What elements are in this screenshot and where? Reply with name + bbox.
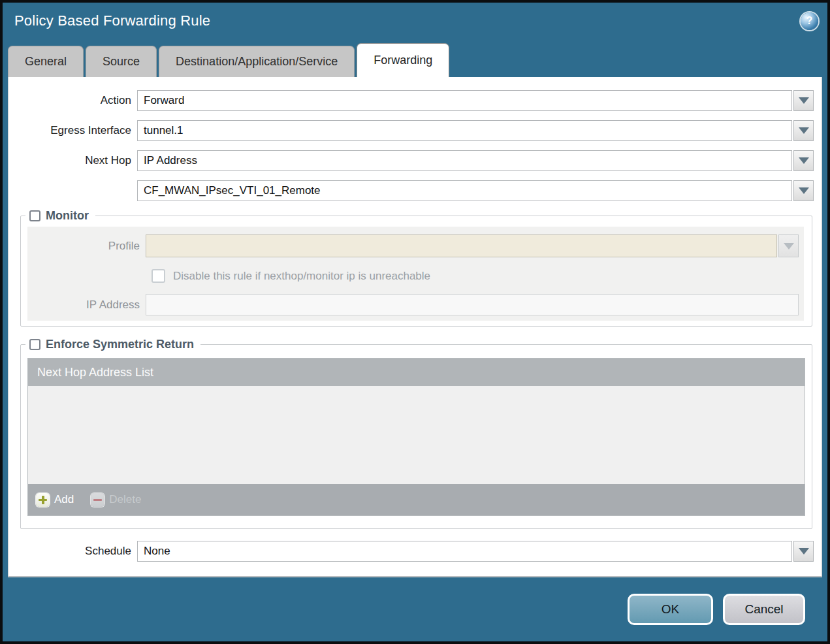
delete-button-label: Delete xyxy=(109,493,141,506)
action-value[interactable]: Forward xyxy=(137,90,792,111)
monitor-ip-address-input-disabled xyxy=(146,294,799,315)
monitor-section: Monitor Profile Disable this rule if nex… xyxy=(20,216,812,327)
minus-icon xyxy=(91,493,104,507)
next-hop-address-list-table: Next Hop Address List Add Delete xyxy=(27,358,805,516)
action-label: Action xyxy=(8,94,137,107)
monitor-label: Monitor xyxy=(46,209,89,223)
title-bar: Policy Based Forwarding Rule ? xyxy=(3,3,827,39)
action-row: Action Forward xyxy=(8,90,814,111)
tab-strip: General Source Destination/Application/S… xyxy=(3,39,827,77)
egress-interface-value[interactable]: tunnel.1 xyxy=(137,120,792,141)
monitor-ip-address-row: IP Address xyxy=(27,294,799,315)
chevron-down-icon xyxy=(799,97,809,104)
monitor-checkbox[interactable] xyxy=(29,210,40,221)
profile-row: Profile xyxy=(27,234,799,257)
forwarding-tab-panel: Action Forward Egress Interface tunnel.1… xyxy=(8,77,822,577)
next-hop-address-row: CF_MWAN_IPsec_VTI_01_Remote xyxy=(8,180,814,201)
next-hop-address-list-header-label: Next Hop Address List xyxy=(37,366,153,379)
chevron-down-icon xyxy=(799,548,809,555)
profile-label: Profile xyxy=(27,240,146,253)
next-hop-address-list-body-empty[interactable] xyxy=(28,386,805,484)
next-hop-address-list-toolbar: Add Delete xyxy=(28,484,805,515)
schedule-select[interactable]: None xyxy=(137,541,814,562)
enforce-symmetric-return-section: Enforce Symmetric Return Next Hop Addres… xyxy=(20,344,812,529)
next-hop-address-dropdown-button[interactable] xyxy=(793,180,814,201)
help-icon[interactable]: ? xyxy=(801,12,818,30)
tab-general[interactable]: General xyxy=(8,46,84,77)
tab-destination-application-service[interactable]: Destination/Application/Service xyxy=(159,46,355,77)
next-hop-address-value[interactable]: CF_MWAN_IPsec_VTI_01_Remote xyxy=(137,180,792,201)
egress-interface-label: Egress Interface xyxy=(8,124,137,137)
egress-interface-row: Egress Interface tunnel.1 xyxy=(8,120,814,141)
add-button[interactable]: Add xyxy=(36,493,74,507)
monitor-legend: Monitor xyxy=(25,209,95,223)
next-hop-label: Next Hop xyxy=(8,154,137,167)
enforce-symmetric-return-legend: Enforce Symmetric Return xyxy=(25,338,200,351)
chevron-down-icon xyxy=(799,157,809,164)
disable-rule-checkbox-disabled xyxy=(152,269,165,283)
action-select[interactable]: Forward xyxy=(137,90,814,111)
schedule-label: Schedule xyxy=(8,545,137,558)
next-hop-type-value[interactable]: IP Address xyxy=(137,150,792,171)
profile-select-disabled xyxy=(146,234,799,257)
delete-button-disabled: Delete xyxy=(91,493,141,507)
egress-interface-select[interactable]: tunnel.1 xyxy=(137,120,814,141)
next-hop-address-select[interactable]: CF_MWAN_IPsec_VTI_01_Remote xyxy=(137,180,814,201)
monitor-panel: Profile Disable this rule if nexthop/mon… xyxy=(27,227,804,321)
next-hop-type-select[interactable]: IP Address xyxy=(137,150,814,171)
disable-rule-row: Disable this rule if nexthop/monitor ip … xyxy=(152,269,799,283)
cancel-button[interactable]: Cancel xyxy=(723,594,805,625)
policy-based-forwarding-dialog: Policy Based Forwarding Rule ? General S… xyxy=(0,0,830,644)
schedule-dropdown-button[interactable] xyxy=(793,541,814,562)
schedule-value[interactable]: None xyxy=(137,541,792,562)
ok-button[interactable]: OK xyxy=(628,594,713,625)
next-hop-address-list-header: Next Hop Address List xyxy=(28,359,805,386)
tab-forwarding[interactable]: Forwarding xyxy=(357,43,449,77)
question-mark-glyph: ? xyxy=(806,15,813,27)
tab-source[interactable]: Source xyxy=(86,46,157,77)
chevron-down-icon xyxy=(784,243,794,250)
monitor-ip-address-label: IP Address xyxy=(27,298,146,312)
next-hop-row: Next Hop IP Address xyxy=(8,150,814,171)
chevron-down-icon xyxy=(799,187,809,194)
enforce-symmetric-return-label: Enforce Symmetric Return xyxy=(46,338,194,351)
profile-value xyxy=(146,234,777,257)
plus-icon xyxy=(36,493,50,507)
action-dropdown-button[interactable] xyxy=(793,90,814,111)
dialog-footer: OK Cancel xyxy=(3,577,827,641)
dialog-title: Policy Based Forwarding Rule xyxy=(14,12,210,29)
profile-dropdown-button-disabled xyxy=(778,234,799,257)
egress-interface-dropdown-button[interactable] xyxy=(793,120,814,141)
schedule-row: Schedule None xyxy=(8,541,814,562)
enforce-symmetric-return-checkbox[interactable] xyxy=(29,339,40,350)
chevron-down-icon xyxy=(799,127,809,134)
disable-rule-label: Disable this rule if nexthop/monitor ip … xyxy=(173,270,430,283)
next-hop-type-dropdown-button[interactable] xyxy=(793,150,814,171)
add-button-label: Add xyxy=(54,493,74,506)
